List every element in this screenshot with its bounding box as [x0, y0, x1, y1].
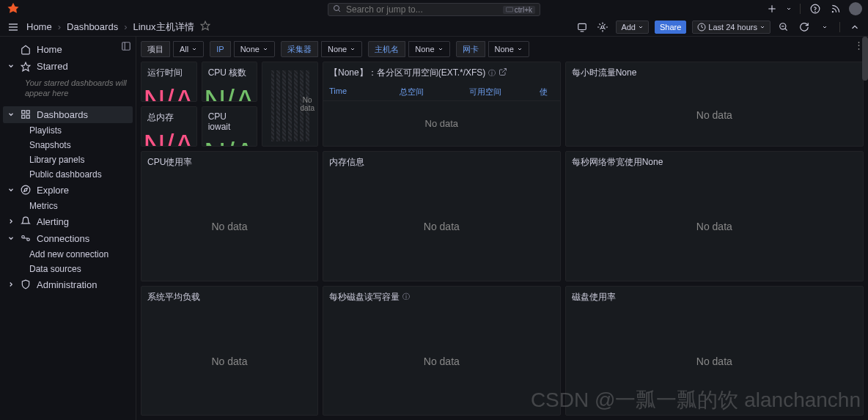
avatar[interactable]	[849, 2, 862, 15]
panel-disk[interactable]: 每秒磁盘读写容量ⓘNo data	[323, 286, 561, 416]
refresh-dropdown-icon[interactable]	[817, 20, 832, 34]
nav-library[interactable]: Library panels	[25, 152, 133, 167]
panel-mem[interactable]: 总内存N/A	[141, 106, 197, 147]
dock-icon[interactable]	[121, 41, 131, 54]
var-select-nic[interactable]: None	[488, 41, 529, 57]
nav-data-sources[interactable]: Data sources	[25, 262, 133, 276]
var-select-collector[interactable]: None	[321, 41, 362, 57]
panel-meminfo[interactable]: 内存信息No data	[323, 151, 561, 281]
star-icon[interactable]	[200, 21, 210, 33]
gear-icon[interactable]	[595, 20, 610, 34]
chevron-down-icon[interactable]	[785, 1, 792, 16]
panel-traffic[interactable]: 每小时流量NoneNo data	[565, 62, 864, 147]
nodata-label: No data	[696, 109, 732, 121]
refresh-icon[interactable]	[797, 20, 812, 34]
search-input[interactable]: ctrl+k	[328, 3, 540, 16]
panel-partitions[interactable]: 【None】：各分区可用空间(EXT.*/XFS)ⓘ Time总空间可用空间使 …	[323, 62, 561, 147]
panel-load[interactable]: 系统平均负载⋮No data	[141, 286, 318, 416]
nodata-label: No data	[424, 221, 460, 232]
info-icon[interactable]: ⓘ	[488, 68, 496, 78]
stat-value: N/A	[204, 136, 255, 147]
panel-bars[interactable]: Nodata	[262, 62, 318, 147]
svg-line-1	[339, 10, 341, 12]
svg-rect-25	[26, 115, 29, 118]
nodata-label: No data	[211, 355, 247, 367]
info-icon[interactable]: ⓘ	[402, 292, 410, 302]
link-icon[interactable]	[499, 67, 507, 78]
var-label-project: 项目	[141, 41, 170, 57]
panel-diskuse[interactable]: 磁盘使用率No data	[565, 286, 864, 416]
search-icon	[333, 4, 342, 15]
svg-point-0	[334, 5, 339, 10]
crumb-dashboards[interactable]: Dashboards	[67, 21, 118, 32]
plus-icon[interactable]	[765, 1, 779, 16]
zoom-out-icon[interactable]	[776, 20, 791, 34]
menu-icon[interactable]	[6, 20, 21, 34]
var-label-ip: IP	[210, 41, 230, 57]
panel-net[interactable]: 每秒网络带宽使用NoneNo data	[565, 151, 864, 281]
svg-line-17	[785, 28, 787, 30]
nav-playlists[interactable]: Playlists	[25, 123, 133, 138]
dashboard-area: 项目 All IP None 采集器 None 主机名 None 网卡 None…	[136, 37, 868, 420]
tv-icon[interactable]	[575, 20, 589, 34]
svg-marker-11	[201, 21, 210, 30]
add-button[interactable]: Add	[616, 21, 649, 34]
nodata-label: Nodata	[301, 96, 315, 112]
share-button[interactable]: Share	[655, 21, 686, 34]
nodata-label: No data	[696, 355, 732, 367]
divider	[800, 4, 801, 14]
var-select-project[interactable]: All	[173, 41, 204, 57]
grafana-logo[interactable]	[6, 1, 21, 16]
svg-point-7	[832, 12, 833, 12]
nav-metrics[interactable]: Metrics	[25, 199, 133, 213]
nodata-label: No data	[211, 221, 247, 232]
search-field[interactable]	[346, 4, 499, 15]
crumb-home[interactable]: Home	[26, 21, 52, 32]
nav-home[interactable]: Home	[3, 41, 133, 58]
stat-value: N/A	[204, 84, 255, 102]
nodata-label: No data	[696, 221, 732, 232]
stat-value: N/A	[143, 84, 194, 102]
var-label-collector: 采集器	[281, 41, 318, 57]
var-select-ip[interactable]: None	[234, 41, 275, 57]
nav-dashboards[interactable]: Dashboards	[3, 106, 133, 123]
collapse-icon[interactable]	[847, 20, 862, 34]
svg-point-6	[815, 11, 816, 12]
nav-admin[interactable]: Administration	[3, 276, 133, 293]
nav-alerting[interactable]: Alerting	[3, 213, 133, 230]
starred-hint: Your starred dashboards will appear here	[3, 75, 133, 106]
svg-rect-23	[26, 111, 29, 114]
scrollbar[interactable]	[862, 37, 868, 81]
nav-public[interactable]: Public dashboards	[25, 167, 133, 182]
stat-value: N/A	[143, 128, 194, 147]
table-header: Time总空间可用空间使	[323, 84, 560, 101]
nav-explore[interactable]: Explore	[3, 182, 133, 199]
crumb-sep: ›	[124, 21, 127, 32]
nav-add-conn[interactable]: Add new connection	[25, 247, 133, 262]
svg-rect-24	[22, 115, 25, 118]
var-label-nic: 网卡	[456, 41, 485, 57]
panel-runtime[interactable]: 运行时间N/A	[141, 62, 197, 102]
nav-starred[interactable]: Starred	[3, 58, 133, 75]
help-icon[interactable]	[808, 1, 823, 16]
nav-connections[interactable]: Connections	[3, 230, 133, 247]
nav-snapshots[interactable]: Snapshots	[25, 138, 133, 152]
panel-iowait[interactable]: CPU iowaitN/A	[202, 106, 258, 147]
svg-rect-12	[578, 23, 586, 29]
crumb-current: Linux主机详情	[133, 21, 194, 34]
divider	[839, 22, 840, 32]
nodata-label: No data	[424, 355, 460, 367]
crumb-sep: ›	[58, 21, 61, 32]
svg-rect-22	[22, 111, 25, 114]
rss-icon[interactable]	[828, 1, 843, 16]
kbd-hint: ctrl+k	[503, 6, 535, 14]
svg-rect-19	[122, 43, 130, 51]
svg-point-14	[602, 26, 605, 29]
var-select-host[interactable]: None	[408, 41, 449, 57]
svg-marker-27	[24, 188, 28, 192]
nodata-label: No data	[425, 118, 459, 129]
panel-cpu[interactable]: CPU使用率No data	[141, 151, 318, 281]
time-range-button[interactable]: Last 24 hours	[692, 21, 770, 34]
panel-cores[interactable]: CPU 核数N/A	[202, 62, 258, 102]
variable-bar: 项目 All IP None 采集器 None 主机名 None 网卡 None	[141, 41, 864, 57]
